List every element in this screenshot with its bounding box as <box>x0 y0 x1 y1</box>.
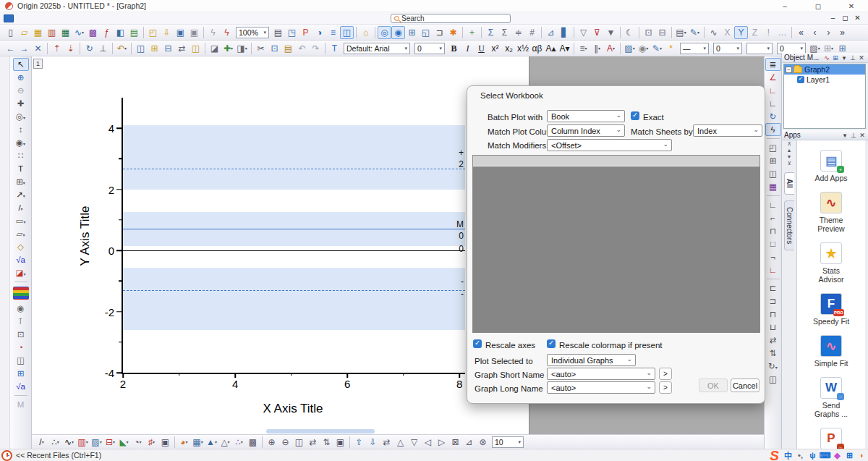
stack-windows[interactable]: ≡ <box>326 26 340 39</box>
ok-button[interactable]: OK <box>699 378 728 392</box>
column-plot[interactable]: ▥▾ <box>76 436 90 449</box>
refresh-recalculate[interactable]: ↻ <box>765 110 781 123</box>
format-brush[interactable]: ✎▾ <box>688 26 702 39</box>
set-column-values[interactable]: # <box>525 26 539 39</box>
plot-toggle-icon[interactable]: ∿ <box>822 54 831 62</box>
line-plot[interactable]: /▾ <box>35 436 48 449</box>
plot-selected-to-select[interactable]: Individual Graphs <box>547 354 636 366</box>
plot-area[interactable]: 2468420-2-4+2M00-- <box>122 98 465 374</box>
date-time-control-tool[interactable]: ◔ <box>13 341 29 354</box>
line-symbol-plot[interactable]: ∿▾ <box>62 436 76 449</box>
app-speedy-fit[interactable]: F PRO Speedy Fit <box>797 293 865 326</box>
apps-scrollbar[interactable] <box>865 140 868 449</box>
close-icon[interactable]: ✕ <box>858 132 867 139</box>
statistics-on-columns[interactable]: Σ <box>498 26 511 39</box>
axis-frame-box[interactable]: □ <box>765 237 781 250</box>
mask-points[interactable]: ⊿ <box>462 436 476 449</box>
rotate-move-tool[interactable]: ✚ <box>13 97 29 110</box>
border-style-select[interactable]: ▾ <box>746 43 773 54</box>
pointer-up-object[interactable]: ⇧ <box>352 436 366 449</box>
template-library[interactable]: ▣ <box>158 436 172 449</box>
new-graph[interactable]: ∿▾ <box>72 26 86 39</box>
reimport-directly[interactable]: ↻ <box>82 42 96 55</box>
pin-window[interactable]: ⊥ <box>96 42 110 55</box>
3d-bars[interactable]: ▦▾ <box>191 436 205 449</box>
dark-mode[interactable]: ☾ <box>623 26 637 39</box>
greek-symbols[interactable]: αβ <box>530 42 544 55</box>
axis-frame-corner[interactable]: ∟ <box>765 263 781 276</box>
more-options[interactable]: … <box>775 26 789 39</box>
pointer-tool[interactable]: ↖ <box>13 58 29 71</box>
sub-superscript[interactable]: x½ <box>516 42 530 55</box>
rescale-to-show-all[interactable]: ∟ <box>765 84 781 97</box>
unmask-points[interactable]: ⊛ <box>476 436 490 449</box>
3d-wireframe[interactable]: △▾ <box>218 436 232 449</box>
plot-dropdown[interactable]: ◨▾ <box>235 42 249 55</box>
apps-tab-all[interactable]: All <box>784 172 794 195</box>
zoom-out-tool[interactable]: ⊖ <box>13 84 29 97</box>
widgets-icon[interactable]: ⊞ <box>843 451 856 460</box>
swap-objects[interactable]: ⇄ <box>380 436 393 449</box>
add-z-axis[interactable]: Z <box>748 26 762 39</box>
3d-scatter[interactable]: ∴▾ <box>232 436 246 449</box>
underline[interactable]: U <box>475 42 488 55</box>
annotation-tool[interactable]: ⊞▾ <box>13 175 29 188</box>
import-append[interactable]: ⇡ <box>50 42 64 55</box>
match-sheets-by-select[interactable]: Index <box>693 124 762 137</box>
panel-menu-icon[interactable]: ▾ <box>841 132 849 139</box>
close-button[interactable]: ✕ <box>835 2 868 10</box>
sparklines[interactable]: ∿ <box>707 26 720 39</box>
bold[interactable]: B <box>447 42 461 55</box>
template-center[interactable]: ⌂ <box>359 26 373 39</box>
add-layer-top-x[interactable]: ◰ <box>765 141 781 154</box>
text-tool[interactable]: T <box>13 162 29 175</box>
scatter-plot[interactable]: ∴▾ <box>48 436 62 449</box>
sogou-ime-icon[interactable]: S <box>770 450 779 461</box>
fixed-aspect-ratio[interactable]: ∟ <box>765 97 781 110</box>
box-plot[interactable]: ⊟▾ <box>103 436 117 449</box>
cancel-button[interactable]: Cancel <box>731 378 760 392</box>
add-worksheet[interactable]: ⊞ <box>148 42 161 55</box>
app-add-apps[interactable]: ▤ + Add Apps <box>797 150 865 182</box>
polygon-tool[interactable]: ▱▾ <box>13 227 29 240</box>
layer-control-tool[interactable]: ◫ <box>13 354 29 367</box>
equation-object-tool[interactable]: √a <box>13 380 29 393</box>
duplicate-window[interactable]: ◫ <box>134 42 148 55</box>
object-size-select[interactable]: 10 ▾ <box>492 436 524 448</box>
back[interactable]: ← <box>4 42 17 55</box>
distribute-horizontal[interactable]: ⇄ <box>765 334 781 347</box>
rotate-object[interactable]: ↻▾ <box>765 360 781 373</box>
exchange-xy-axes[interactable]: ∠ <box>765 71 781 84</box>
new-project[interactable]: ▯ <box>4 26 17 39</box>
mdi-minimize-button[interactable]: – <box>827 14 839 22</box>
paste-format[interactable]: ⊟ <box>655 26 669 39</box>
add-new-columns[interactable]: + <box>465 26 479 39</box>
align-text[interactable]: ≡▾ <box>576 42 590 55</box>
speed-mode[interactable]: ϟ <box>765 123 781 136</box>
video-builder[interactable]: ϟ <box>220 26 234 39</box>
graph-long-name-expand-button[interactable]: > <box>659 381 672 394</box>
markdown-tool[interactable]: M <box>13 398 29 411</box>
undo[interactable]: ↶ <box>295 42 309 55</box>
search-input[interactable]: Search <box>391 14 511 23</box>
data-selector-tool[interactable]: ↕ <box>13 123 29 136</box>
scroll-last-icon[interactable]: ⊻ <box>787 160 791 166</box>
rescale-axes-checkbox[interactable] <box>473 339 482 348</box>
color-scale-tool[interactable] <box>13 287 29 300</box>
zoom-level-select[interactable]: 100% ▾ <box>236 27 269 38</box>
collapse-icon[interactable]: − <box>786 67 792 73</box>
project-timer-icon[interactable] <box>1 450 12 461</box>
zoom-in-graph[interactable]: ⊕ <box>265 436 278 449</box>
batch-plot-with-select[interactable]: Book <box>547 110 625 122</box>
3d-surface[interactable]: ▲▾ <box>205 436 218 449</box>
duplicate-batch-plot[interactable]: ◪ <box>208 42 221 55</box>
superscript[interactable]: x² <box>488 42 502 55</box>
new-notes[interactable]: ▤ <box>127 26 141 39</box>
dial-control-tool[interactable]: ◉ <box>13 302 29 315</box>
panel-menu-icon[interactable]: ▾ <box>840 54 848 62</box>
contrast-mode[interactable]: ◑ <box>312 26 326 39</box>
copy-worksheet[interactable]: ◫ <box>189 42 203 55</box>
add-4-panel-layers[interactable]: ⊞ <box>765 154 781 167</box>
remove-filter[interactable]: ⊽ <box>590 26 604 39</box>
lighting-control[interactable]: * <box>664 42 678 55</box>
